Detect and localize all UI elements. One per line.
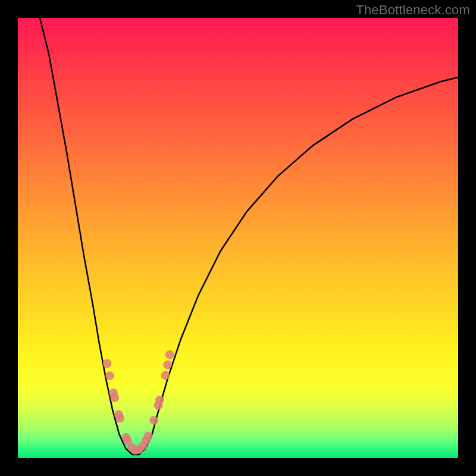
data-marker — [105, 371, 114, 380]
chart-svg — [18, 18, 458, 458]
data-markers — [103, 350, 174, 455]
data-marker — [149, 416, 158, 425]
data-marker — [165, 350, 174, 359]
data-marker — [161, 371, 170, 380]
data-marker — [144, 432, 153, 441]
data-marker — [110, 393, 119, 402]
data-marker — [103, 359, 112, 368]
bottleneck-curve — [40, 18, 458, 455]
watermark-text: TheBottleneck.com — [356, 2, 470, 18]
data-marker — [163, 361, 172, 369]
chart-frame: TheBottleneck.com — [0, 0, 476, 476]
data-marker — [115, 414, 124, 422]
data-marker — [155, 396, 164, 405]
plot-area — [18, 18, 458, 458]
